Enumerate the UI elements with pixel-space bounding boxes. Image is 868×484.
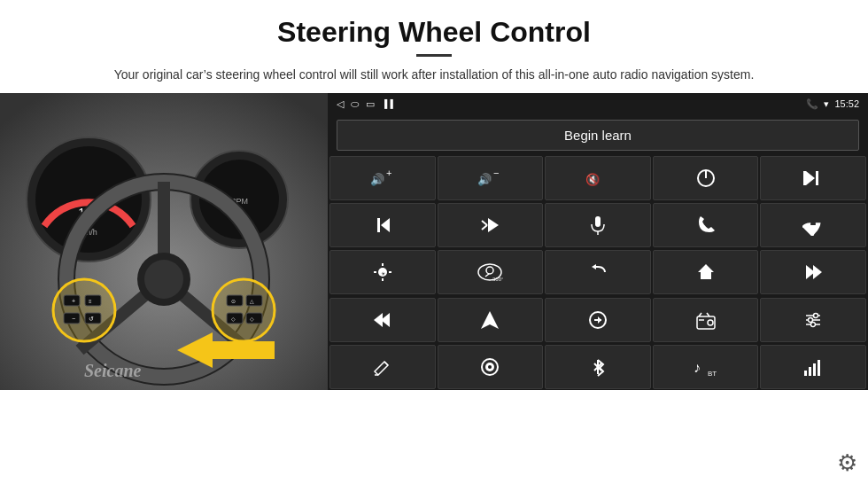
home-nav-icon[interactable]: ⬭ xyxy=(351,98,359,110)
mute-button[interactable]: 🔇 xyxy=(545,156,651,200)
eq-button[interactable] xyxy=(760,298,866,342)
swap-button[interactable] xyxy=(545,298,651,342)
navigate-button[interactable] xyxy=(438,298,544,342)
power-button[interactable] xyxy=(653,156,759,200)
svg-text:+: + xyxy=(386,168,391,178)
svg-text:△: △ xyxy=(250,299,254,304)
android-panel: ◁ ⬭ ▭ ▐▐ 📞 ▾ 15:52 Begin learn 🔊+ xyxy=(328,93,868,390)
svg-rect-93 xyxy=(813,363,816,376)
recent-nav-icon[interactable]: ▭ xyxy=(366,98,375,110)
status-bar-right: 📞 ▾ 15:52 xyxy=(806,98,859,110)
svg-marker-63 xyxy=(592,264,596,269)
vol-down-button[interactable]: 🔊− xyxy=(438,156,544,200)
page-container: Steering Wheel Control Your original car… xyxy=(0,0,868,484)
svg-text:−: − xyxy=(72,316,75,322)
svg-text:BT: BT xyxy=(708,370,717,378)
svg-marker-43 xyxy=(806,171,815,185)
svg-point-74 xyxy=(708,320,713,325)
svg-marker-66 xyxy=(813,265,822,279)
svg-rect-19 xyxy=(85,295,101,306)
svg-line-61 xyxy=(485,274,489,277)
svg-rect-29 xyxy=(246,313,262,324)
svg-text:◇: ◇ xyxy=(231,316,236,322)
mic-button[interactable] xyxy=(545,203,651,247)
svg-rect-73 xyxy=(697,316,715,329)
svg-text:+: + xyxy=(72,298,75,304)
edit-button[interactable] xyxy=(329,345,436,389)
wifi-status-icon: ▾ xyxy=(824,98,829,110)
fast-forward-button[interactable] xyxy=(438,203,544,247)
svg-line-84 xyxy=(384,362,388,365)
svg-text:☀: ☀ xyxy=(381,271,385,277)
svg-text:−: − xyxy=(493,168,499,178)
status-time: 15:52 xyxy=(834,98,859,109)
svg-point-25 xyxy=(213,279,275,341)
svg-point-83 xyxy=(811,322,816,326)
svg-marker-72 xyxy=(598,316,601,324)
signal-bars-button[interactable] xyxy=(760,345,866,389)
svg-point-81 xyxy=(809,317,813,322)
next-button[interactable] xyxy=(329,203,436,247)
steering-wheel-image: 120 km/h RPM xyxy=(0,93,328,390)
svg-rect-47 xyxy=(377,218,380,232)
control-grid: 🔊+ 🔊− 🔇 xyxy=(328,156,868,390)
svg-text:🔇: 🔇 xyxy=(585,172,601,187)
svg-marker-68 xyxy=(374,313,383,327)
svg-marker-46 xyxy=(381,218,390,232)
brightness-button[interactable]: ☀ xyxy=(329,250,436,294)
radio-button[interactable] xyxy=(653,298,759,342)
back-nav-icon[interactable]: ◁ xyxy=(337,98,344,110)
vol-up-button[interactable]: 🔊+ xyxy=(329,156,436,200)
call-button[interactable] xyxy=(653,203,759,247)
settings-gear-icon[interactable]: ⚙ xyxy=(837,449,857,477)
hang-up-button[interactable] xyxy=(760,203,866,247)
rewind-button[interactable] xyxy=(760,250,866,294)
svg-text:↺: ↺ xyxy=(89,316,94,322)
header-section: Steering Wheel Control Your original car… xyxy=(0,0,868,93)
svg-text:Seicane: Seicane xyxy=(84,361,142,380)
title-divider xyxy=(416,54,452,57)
svg-point-16 xyxy=(53,279,115,341)
svg-text:≡: ≡ xyxy=(89,299,92,304)
begin-learn-button[interactable]: Begin learn xyxy=(337,120,859,151)
360-view-button[interactable]: 360° xyxy=(438,250,544,294)
phone-status-icon: 📞 xyxy=(806,98,818,110)
page-title: Steering Wheel Control xyxy=(53,16,815,49)
svg-point-88 xyxy=(488,365,492,369)
back-button[interactable] xyxy=(545,250,651,294)
record-button[interactable] xyxy=(438,345,544,389)
svg-marker-69 xyxy=(481,311,499,329)
bluetooth-button[interactable] xyxy=(545,345,651,389)
music-button[interactable]: ♪BT xyxy=(653,345,759,389)
svg-text:🔊: 🔊 xyxy=(477,172,492,187)
svg-text:⊙: ⊙ xyxy=(231,299,236,304)
svg-rect-44 xyxy=(816,171,818,185)
svg-marker-64 xyxy=(698,264,714,279)
svg-point-60 xyxy=(486,267,493,274)
svg-rect-92 xyxy=(809,367,811,376)
svg-point-15 xyxy=(144,260,183,299)
svg-text:360°: 360° xyxy=(492,277,503,282)
svg-rect-28 xyxy=(246,295,262,306)
svg-text:♪: ♪ xyxy=(694,360,701,375)
svg-line-48 xyxy=(482,221,487,225)
svg-rect-94 xyxy=(818,360,820,376)
svg-point-82 xyxy=(814,313,818,317)
svg-rect-51 xyxy=(595,216,601,227)
home-button[interactable] xyxy=(653,250,759,294)
subtitle-text: Your original car’s steering wheel contr… xyxy=(53,66,815,84)
status-bar-left: ◁ ⬭ ▭ ▐▐ xyxy=(337,98,393,110)
svg-rect-91 xyxy=(804,371,807,376)
content-section: 120 km/h RPM xyxy=(0,93,868,484)
svg-text:🔊: 🔊 xyxy=(370,172,385,187)
skip-button[interactable] xyxy=(329,298,436,342)
svg-text:◇: ◇ xyxy=(250,316,254,322)
svg-line-49 xyxy=(482,225,487,230)
prev-track-button[interactable] xyxy=(760,156,866,200)
svg-marker-50 xyxy=(488,218,499,232)
status-bar: ◁ ⬭ ▭ ▐▐ 📞 ▾ 15:52 xyxy=(328,93,868,114)
signal-icon: ▐▐ xyxy=(382,99,393,108)
svg-marker-45 xyxy=(803,171,806,185)
